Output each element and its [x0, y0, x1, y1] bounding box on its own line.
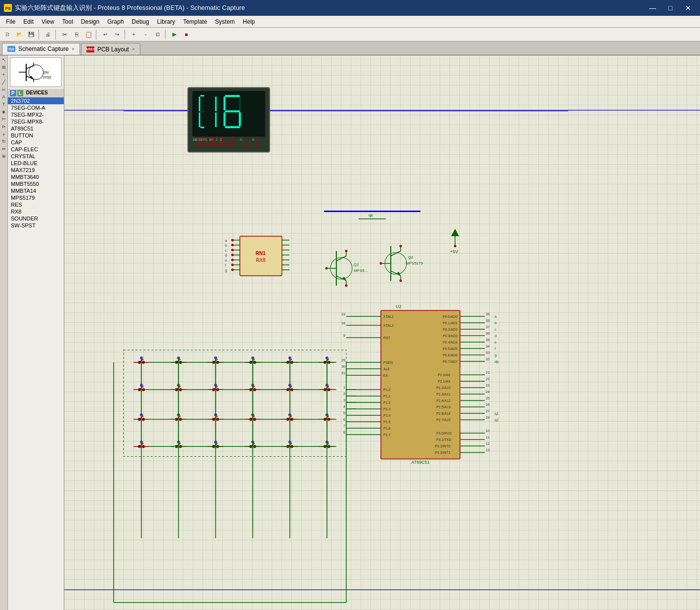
tab-pcb-close[interactable]: × — [132, 46, 135, 52]
svg-line-305 — [139, 416, 143, 419]
tb-stop[interactable]: ■ — [181, 29, 192, 40]
component-preview: 2N 3702 — [10, 57, 62, 87]
device-item-rx8[interactable]: RX8 — [8, 208, 64, 215]
main-area: ↖ ⊞ + ╱ ═ A T ◈ ⊢ ⊳ ⏚ ↻ ⇔ ⊕ — [0, 55, 700, 610]
menu-template[interactable]: Template — [179, 17, 211, 26]
menu-tool[interactable]: Tool — [58, 17, 77, 26]
tb-new[interactable]: 🗋 — [2, 29, 13, 40]
terminal-tool[interactable]: ⊢ — [0, 116, 7, 123]
device-item-2n3702[interactable]: 2N3702 — [8, 97, 64, 104]
svg-rect-12 — [188, 87, 269, 152]
svg-text:P0.2/AD2: P0.2/AD2 — [443, 328, 457, 331]
tb-zoomfit[interactable]: ⊡ — [152, 29, 163, 40]
text-tool[interactable]: T — [0, 101, 7, 108]
device-item-max7219[interactable]: MAX7219 — [8, 167, 64, 174]
device-item-sounder[interactable]: SOUNDER — [8, 215, 64, 222]
left-sidebar: ↖ ⊞ + ╱ ═ A T ◈ ⊢ ⊳ ⏚ ↻ ⇔ ⊕ — [0, 55, 64, 610]
wire-tool[interactable]: ╱ — [0, 79, 7, 86]
menu-design[interactable]: Design — [77, 17, 103, 26]
menu-graph[interactable]: Graph — [103, 17, 127, 26]
device-item-mmbt3640[interactable]: MMBT3640 — [8, 174, 64, 180]
menu-view[interactable]: View — [38, 17, 58, 26]
minimize-button[interactable]: — — [645, 2, 660, 14]
svg-line-329 — [288, 416, 292, 419]
tb-zoomout[interactable]: - — [140, 29, 151, 40]
tb-print[interactable]: 🖨 — [42, 29, 53, 40]
svg-text:dp: dp — [494, 360, 498, 364]
menu-edit[interactable]: Edit — [19, 17, 38, 26]
tb-run[interactable]: ▶ — [169, 29, 180, 40]
svg-line-293 — [288, 386, 292, 390]
tab-pcb[interactable]: ARES PCB Layout × — [81, 43, 140, 55]
device-mode-l[interactable]: L — [17, 90, 23, 96]
svg-point-334 — [324, 418, 327, 421]
select-tool[interactable]: ↖ — [0, 56, 7, 63]
menu-file[interactable]: File — [2, 17, 19, 26]
tb-copy[interactable]: ⎘ — [71, 29, 82, 40]
svg-text:3702: 3702 — [42, 75, 51, 80]
power-tool[interactable]: ⏚ — [0, 131, 7, 137]
svg-text:35: 35 — [486, 338, 490, 342]
svg-text:c: c — [225, 249, 227, 252]
device-item-cap[interactable]: CAP — [8, 139, 64, 146]
label-tool[interactable]: A — [0, 93, 7, 100]
device-item-mmbt5550[interactable]: MMBT5550 — [8, 180, 64, 187]
svg-text:18: 18 — [341, 321, 345, 325]
tb-sep5 — [165, 30, 167, 40]
svg-text:19: 19 — [341, 312, 345, 316]
device-item-7seg-coma[interactable]: 7SEG-COM-A — [8, 104, 64, 111]
device-item-mmbta14[interactable]: MMBTA14 — [8, 187, 64, 194]
svg-text:g: g — [225, 268, 227, 272]
device-item-cap-elec[interactable]: CAP-ELEC — [8, 146, 64, 153]
device-item-crystal[interactable]: CRYSTAL — [8, 153, 64, 160]
menu-debug[interactable]: Debug — [128, 17, 153, 26]
svg-line-101 — [391, 271, 401, 276]
svg-text:3: 3 — [343, 398, 345, 402]
maximize-button[interactable]: □ — [662, 2, 678, 14]
svg-point-250 — [249, 361, 252, 364]
device-item-led-blue[interactable]: LED-BLUE — [8, 160, 64, 167]
tb-save[interactable]: 💾 — [26, 29, 37, 40]
svg-text:P2.0/A8: P2.0/A8 — [438, 373, 450, 377]
device-item-button[interactable]: BUTTON — [8, 132, 64, 139]
menu-help[interactable]: Help — [239, 17, 259, 26]
rotate-tool[interactable]: ↻ — [0, 138, 7, 145]
zoom-area-tool[interactable]: ⊕ — [0, 153, 7, 160]
device-item-res[interactable]: RES — [8, 201, 64, 208]
device-mode-p[interactable]: P — [10, 90, 16, 96]
device-item-sw-spst[interactable]: SW-SPST — [8, 222, 64, 229]
tab-schematic-close[interactable]: × — [72, 46, 75, 52]
svg-point-350 — [177, 440, 180, 443]
tb-zoomin[interactable]: + — [128, 29, 139, 40]
tab-schematic[interactable]: ISS Schematic Capture × — [2, 43, 80, 55]
tb-open[interactable]: 📂 — [14, 29, 25, 40]
close-button[interactable]: ✕ — [680, 2, 696, 14]
svg-text:PSEN: PSEN — [383, 361, 393, 364]
device-item-mps5179[interactable]: MPS5179 — [8, 194, 64, 201]
menu-system[interactable]: System — [211, 17, 239, 26]
svg-line-263 — [325, 359, 329, 362]
keypad-matrix — [124, 350, 346, 456]
schematic-canvas[interactable]: ABCDEFG DP 1 2 — [64, 55, 700, 610]
svg-point-286 — [249, 388, 252, 391]
svg-text:ABCDEFG  DP    1 2: ABCDEFG DP 1 2 — [193, 137, 222, 142]
svg-text:P0.6/AD6: P0.6/AD6 — [443, 353, 457, 357]
svg-point-114 — [454, 245, 456, 247]
junction-tool[interactable]: + — [0, 71, 7, 78]
menu-library[interactable]: Library — [153, 17, 179, 26]
tb-cut[interactable]: ✂ — [59, 29, 70, 40]
component-tool[interactable]: ⊞ — [0, 64, 7, 71]
svg-line-311 — [176, 416, 180, 419]
probe-tool[interactable]: ◈ — [0, 108, 7, 115]
tb-paste[interactable]: 📋 — [83, 29, 94, 40]
svg-text:8: 8 — [240, 137, 243, 142]
device-item-7seg-mpx8[interactable]: 7SEG-MPX8- — [8, 118, 64, 125]
device-item-at89c51[interactable]: AT89C51 — [8, 125, 64, 132]
port-tool[interactable]: ⊳ — [0, 123, 7, 130]
bus-tool[interactable]: ═ — [0, 86, 7, 93]
tb-redo[interactable]: ↪ — [112, 29, 123, 40]
svg-point-289 — [253, 388, 256, 391]
device-item-7seg-mpx2[interactable]: 7SEG-MPX2- — [8, 111, 64, 118]
mirror-tool[interactable]: ⇔ — [0, 145, 7, 152]
tb-undo[interactable]: ↩ — [100, 29, 111, 40]
